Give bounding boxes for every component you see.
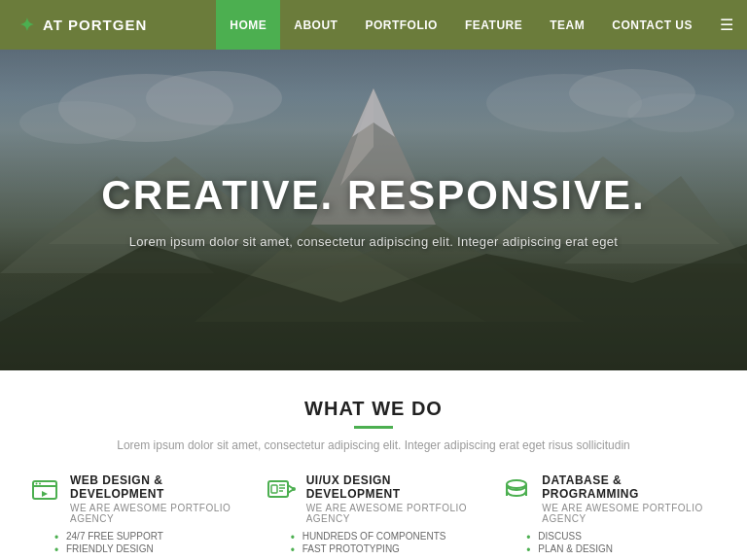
section-description: Lorem ipsum dolor sit amet, consectetur … — [19, 438, 728, 452]
svg-point-29 — [507, 480, 526, 488]
logo-text: AT PORTGEN — [43, 17, 147, 33]
services-list: WEB DESIGN & DEVELOPMENTWE ARE AWESOME P… — [19, 473, 728, 555]
service-title-1: UI/UX DESIGN DEVELOPMENT — [306, 473, 482, 501]
svg-rect-22 — [271, 485, 277, 493]
hero-content: CREATIVE. RESPONSIVE. Lorem ipsum dolor … — [101, 172, 645, 249]
service-title-2: DATABASE & PROGRAMMING — [542, 473, 718, 501]
svg-point-28 — [292, 487, 296, 491]
header: ✦ AT PORTGEN HOMEABOUTPORTFOLIOFEATURETE… — [0, 0, 747, 50]
section-underline — [354, 426, 393, 429]
service-agency-0: WE ARE AWESOME PORTFOLIO AGENCY — [70, 503, 246, 524]
logo-icon: ✦ — [19, 15, 35, 36]
service-icon-ux — [266, 475, 297, 513]
service-feature: 24/7 FREE SUPPORT — [66, 530, 246, 542]
service-icon-web — [29, 475, 60, 513]
hero-section: CREATIVE. RESPONSIVE. Lorem ipsum dolor … — [0, 50, 747, 370]
nav-item-portfolio[interactable]: PORTFOLIO — [351, 0, 451, 50]
nav-item-team[interactable]: TEAM — [536, 0, 598, 50]
hero-title: CREATIVE. RESPONSIVE. — [101, 172, 645, 219]
nav-item-home[interactable]: HOME — [216, 0, 280, 50]
svg-marker-20 — [42, 491, 48, 497]
what-we-do-section: WHAT WE DO Lorem ipsum dolor sit amet, c… — [0, 370, 747, 560]
service-agency-2: WE ARE AWESOME PORTFOLIO AGENCY — [542, 503, 718, 524]
hero-subtitle: Lorem ipsum dolor sit amet, consectetur … — [101, 234, 645, 249]
nav-item-contact-us[interactable]: CONTACT US — [598, 0, 706, 50]
svg-point-19 — [39, 483, 41, 485]
section-title: WHAT WE DO — [19, 398, 728, 420]
service-icon-db — [501, 475, 532, 513]
hamburger-menu-icon[interactable]: ☰ — [706, 0, 747, 50]
nav-item-about[interactable]: ABOUT — [280, 0, 351, 50]
service-item-2: DATABASE & PROGRAMMINGWE ARE AWESOME POR… — [501, 473, 718, 555]
service-feature: FAST PROTOTYPING — [302, 542, 482, 555]
logo: ✦ AT PORTGEN — [0, 0, 166, 50]
service-feature: FRIENDLY DESIGN — [66, 542, 246, 555]
service-title-0: WEB DESIGN & DEVELOPMENT — [70, 473, 246, 501]
service-feature: DISCUSS — [538, 530, 718, 542]
service-item-0: WEB DESIGN & DEVELOPMENTWE ARE AWESOME P… — [29, 473, 246, 555]
service-item-1: UI/UX DESIGN DEVELOPMENTWE ARE AWESOME P… — [266, 473, 482, 555]
svg-point-18 — [36, 483, 38, 485]
service-agency-1: WE ARE AWESOME PORTFOLIO AGENCY — [306, 503, 482, 524]
service-feature: PLAN & DESIGN — [538, 542, 718, 555]
service-feature: HUNDREDS OF COMPONENTS — [302, 530, 482, 542]
navigation: HOMEABOUTPORTFOLIOFEATURETEAMCONTACT US — [216, 0, 706, 50]
nav-item-feature[interactable]: FEATURE — [451, 0, 536, 50]
